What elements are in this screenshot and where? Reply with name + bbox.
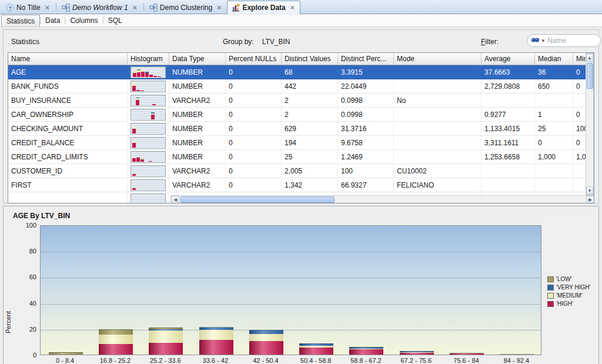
tab-columns[interactable]: Columns <box>65 15 102 26</box>
histogram-mini-segment <box>136 90 140 91</box>
chart-legend: 'LOW''VERY HIGH''MEDIUM''HIGH' <box>547 276 590 309</box>
y-tick-80: 80 <box>16 248 36 255</box>
window-tab-demo-clustering[interactable]: Demo Clustering✕ <box>145 1 228 14</box>
scroll-up-button[interactable]: ▲ <box>586 54 593 62</box>
horizontal-scrollbar[interactable]: ◀ ▶ <box>170 195 594 203</box>
filter-dropdown-caret[interactable]: ▼ <box>541 38 546 44</box>
cell-percent-nulls: 0 <box>226 122 282 136</box>
table-row-first[interactable]: FIRSTVARCHAR201,34266.9327FELICIANO <box>8 178 591 192</box>
x-axis-label-0-8-4: 0 - 8.4 <box>40 357 91 364</box>
tab-data[interactable]: Data <box>41 15 65 26</box>
filter-search-box[interactable]: ▼ <box>527 34 601 47</box>
horizontal-scroll-thumb[interactable] <box>180 196 335 203</box>
cell-data-type: VARCHAR2 <box>169 178 226 192</box>
cell-name: FIRST <box>8 178 128 192</box>
cell-distinct-values: 194 <box>282 136 338 150</box>
histogram-mini-segment <box>132 188 136 190</box>
histogram-mini-segment <box>132 86 136 91</box>
column-header-label: Percent NULLs <box>229 55 276 63</box>
legend-swatch <box>547 276 554 282</box>
cell-data-type: VARCHAR2 <box>169 93 226 108</box>
histogram-thumbnail <box>131 151 166 163</box>
histogram-mini-bar <box>136 98 139 105</box>
table-row-bank-funds[interactable]: BANK_FUNDSNUMBER044222.04492,729.0808650… <box>8 79 591 93</box>
window-tab-explore-data[interactable]: Explore Data✕ <box>227 1 300 14</box>
histogram-mini-segment <box>132 158 136 162</box>
column-header-average[interactable]: Average <box>481 53 535 65</box>
statistics-table: NameHistogramData TypePercent NULLsDisti… <box>8 52 594 203</box>
column-header-name[interactable]: Name <box>8 53 128 65</box>
column-header-percent-nulls[interactable]: Percent NULLs <box>226 53 282 65</box>
cell-median: 36 <box>535 65 573 79</box>
close-icon[interactable]: ✕ <box>132 4 138 12</box>
filter-name-input[interactable] <box>547 36 591 45</box>
tab-statistics[interactable]: Statistics <box>1 15 40 26</box>
histogram-mini-segment <box>136 100 139 105</box>
column-header-label: Mode <box>397 55 414 63</box>
legend-item-very-high: 'VERY HIGH' <box>547 284 590 290</box>
cell-data-type: NUMBER <box>169 136 226 150</box>
scroll-right-button[interactable]: ▶ <box>586 196 594 203</box>
histogram-mini-bar <box>136 90 140 91</box>
histogram-mini-segment <box>137 72 141 77</box>
histogram-mini-bar <box>149 203 152 204</box>
table-row-credit-card-limits[interactable]: CREDIT_CARD_LIMITSNUMBER0251.24691,253.6… <box>8 150 591 164</box>
scroll-left-button[interactable]: ◀ <box>171 196 179 203</box>
table-row-car-ownership[interactable]: CAR_OWNERSHIPNUMBER020.09980.927710 <box>8 108 591 122</box>
cell-name: BANK_FUNDS <box>8 79 128 93</box>
close-icon[interactable]: ✕ <box>44 4 51 12</box>
column-header-histogram[interactable]: Histogram <box>128 53 169 65</box>
chart-bar-segment-high <box>400 353 434 355</box>
histogram-mini-segment <box>136 158 140 162</box>
window-tab-no-title[interactable]: ?No Title✕ <box>1 1 55 14</box>
chart-bar-16-8-25-2 <box>99 329 133 355</box>
window-tab-demo-workflow-1[interactable]: Demo Workflow 1✕ <box>57 1 143 14</box>
y-tick-20: 20 <box>16 326 36 333</box>
histogram-mini-segment <box>132 129 136 133</box>
scroll-down-button[interactable]: ▼ <box>586 186 593 195</box>
chart-bar-33-6-42 <box>199 327 233 355</box>
column-header-distinct-perc[interactable]: Distinct Perc... <box>338 53 394 65</box>
tab-sql[interactable]: SQL <box>103 15 127 26</box>
column-header-mode[interactable]: Mode <box>394 53 481 65</box>
cell-mode <box>394 79 481 93</box>
column-header-data-type[interactable]: Data Type <box>169 53 226 65</box>
histogram-thumbnail <box>131 81 166 92</box>
vertical-scrollbar[interactable]: ▲ ▼ <box>586 53 594 195</box>
histogram-mini-bar <box>153 76 157 77</box>
cell-distinct-perc: 66.9327 <box>338 178 394 192</box>
cell-median <box>535 178 573 192</box>
table-row-age[interactable]: AGENUMBER0683.391537.6663360 <box>8 65 591 79</box>
cell-average <box>481 93 535 108</box>
histogram-mini-bar <box>132 127 136 133</box>
cell-average: 3,311.1611 <box>481 136 535 150</box>
close-icon[interactable]: ✕ <box>289 4 296 12</box>
window-tab-label: Demo Clustering <box>160 4 212 12</box>
cell-data-type: NUMBER <box>169 108 226 122</box>
histogram-thumbnail <box>131 123 166 135</box>
cell-histogram <box>128 79 169 93</box>
y-tick-100: 100 <box>16 222 36 229</box>
column-header-distinct-values[interactable]: Distinct Values <box>282 53 338 65</box>
table-row-credit-balance[interactable]: CREDIT_BALANCENUMBER01949.67583,311.1611… <box>8 136 591 150</box>
chart-bar-0-8-4 <box>49 352 83 355</box>
cell-median: 25 <box>535 122 573 136</box>
chart-bar-67-2-75-6 <box>400 351 434 355</box>
histogram-thumbnail <box>131 193 166 204</box>
legend-swatch <box>547 285 554 290</box>
histogram-mini-bar <box>151 112 155 119</box>
histogram-mini-segment <box>132 143 136 148</box>
chart-bar-75-6-84 <box>450 353 484 355</box>
table-body: AGENUMBER0683.391537.6663360BANK_FUNDSNU… <box>8 65 591 203</box>
table-row-checking-amount[interactable]: CHECKING_AMOUNTNUMBER062931.37161,133.40… <box>8 122 591 136</box>
histogram-mini-segment <box>141 160 144 162</box>
close-icon[interactable]: ✕ <box>216 4 222 12</box>
histogram-mini-segment <box>133 73 136 77</box>
histogram-mini-segment <box>158 76 161 77</box>
chart-panel: AGE By LTV_BIN Percent 020406080100 0 - … <box>3 206 599 364</box>
table-row-buy-insurance[interactable]: BUY_INSURANCEVARCHAR2020.0998No <box>8 93 591 108</box>
table-row-customer-id[interactable]: CUSTOMER_IDVARCHAR202,005100CU10002 <box>8 164 591 178</box>
column-header-median[interactable]: Median <box>535 53 573 65</box>
vertical-scroll-thumb[interactable] <box>587 63 593 89</box>
chart-plot-area <box>40 225 541 355</box>
